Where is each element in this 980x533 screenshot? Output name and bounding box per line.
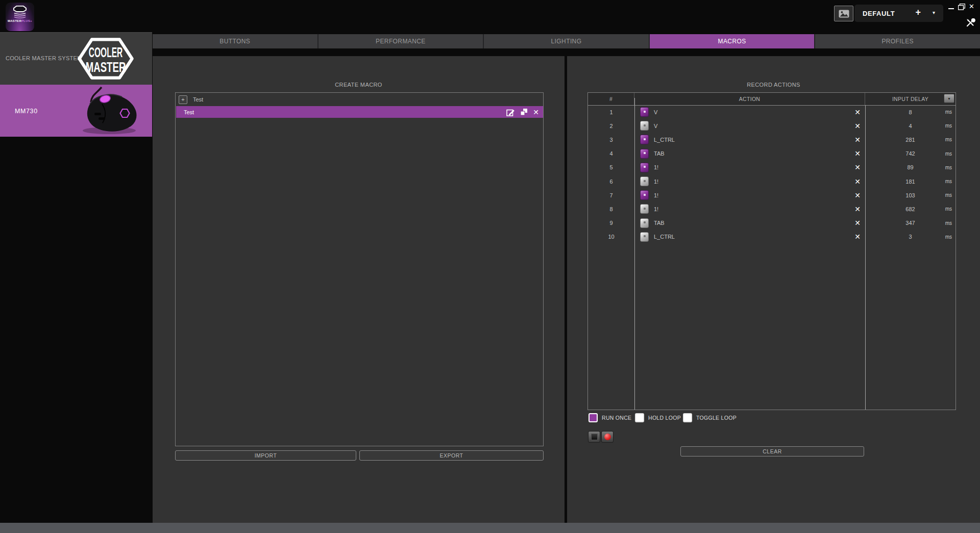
action-index: 1 [588, 109, 634, 115]
delete-action-icon[interactable]: ✕ [854, 233, 861, 241]
column-header-action: ACTION [634, 93, 865, 105]
tab-profiles[interactable]: PROFILES [815, 34, 980, 48]
profile-dropdown-caret-icon[interactable]: ▾ [933, 10, 935, 15]
duplicate-macro-icon[interactable] [520, 108, 528, 116]
masterplus-window: MASTERPLUS+ DEFAULT + ▾ ✕ COOLER MASTER … [0, 0, 980, 533]
settings-tools-icon[interactable] [966, 18, 975, 27]
macro-name-field[interactable]: Test [193, 96, 203, 103]
hold-loop-mode[interactable]: HOLD LOOP [635, 413, 681, 423]
tab-macros[interactable]: MACROS [650, 34, 816, 48]
delay-value: 4 [909, 123, 912, 129]
toggle-loop-checkbox[interactable] [683, 413, 692, 422]
tab-lighting[interactable]: LIGHTING [484, 34, 650, 48]
delay-unit: ms [945, 220, 952, 226]
profile-image-button[interactable] [834, 6, 853, 21]
restore-window-button[interactable] [958, 4, 965, 10]
keycap-icon [640, 204, 649, 214]
export-button[interactable]: EXPORT [359, 450, 544, 461]
svg-text:MASTER: MASTER [86, 59, 126, 75]
action-row[interactable]: 4 TAB ✕ 742 ms [588, 147, 955, 161]
action-key-label: V [654, 123, 657, 129]
sidebar-device-mm730[interactable]: MM730 [0, 85, 152, 137]
tab-performance[interactable]: PERFORMANCE [318, 34, 484, 48]
tab-label: LIGHTING [551, 38, 582, 45]
stop-record-button[interactable] [588, 431, 600, 443]
run-once-checkbox[interactable] [589, 413, 598, 422]
action-row[interactable]: 6 1! ✕ 181 ms [588, 174, 955, 188]
keycap-icon [640, 107, 649, 117]
delay-dropdown-button[interactable]: ▼ [944, 94, 954, 103]
action-key-label: TAB [654, 150, 665, 157]
delay-cell[interactable]: 682 ms [865, 202, 955, 216]
close-button[interactable]: ✕ [969, 3, 974, 10]
action-row[interactable]: 1 V ✕ 8 ms [588, 105, 955, 119]
delay-value: 281 [905, 137, 915, 143]
tab-buttons[interactable]: BUTTONS [153, 34, 318, 48]
delete-action-icon[interactable]: ✕ [854, 219, 861, 227]
action-cell: V ✕ [634, 119, 865, 133]
delay-cell[interactable]: 3 ms [865, 230, 955, 244]
delay-unit: ms [945, 109, 952, 115]
bottom-status-bar [0, 523, 980, 533]
macro-item-test[interactable]: Test ✕ [176, 106, 543, 118]
minimize-button[interactable] [948, 8, 954, 9]
action-key-label: V [654, 109, 657, 115]
delete-action-icon[interactable]: ✕ [854, 177, 861, 186]
mouse-image [69, 86, 146, 136]
action-row[interactable]: 9 TAB ✕ 347 ms [588, 216, 955, 230]
delay-cell[interactable]: 181 ms [865, 174, 955, 188]
add-macro-button[interactable]: + [179, 95, 187, 104]
action-key-label: 1! [654, 192, 658, 198]
toggle-loop-mode[interactable]: TOGGLE LOOP [683, 413, 737, 423]
delay-unit: ms [945, 137, 952, 142]
delay-unit: ms [945, 123, 952, 129]
import-button[interactable]: IMPORT [175, 450, 356, 461]
keycap-icon [640, 176, 649, 186]
action-row[interactable]: 10 L_CTRL ✕ 3 ms [588, 230, 955, 244]
clear-button[interactable]: CLEAR [680, 446, 864, 456]
keycap-icon [640, 232, 649, 242]
column-header-delay-label: INPUT DELAY [892, 96, 928, 102]
delay-cell[interactable]: 4 ms [865, 119, 955, 133]
record-actions-title: RECORD ACTIONS [567, 82, 980, 88]
delete-action-icon[interactable]: ✕ [854, 108, 861, 116]
delay-cell[interactable]: 103 ms [865, 188, 955, 202]
action-row[interactable]: 5 1! ✕ 89 ms [588, 161, 955, 174]
delete-action-icon[interactable]: ✕ [854, 136, 861, 144]
add-profile-button[interactable]: + [915, 7, 921, 18]
delete-macro-icon[interactable]: ✕ [533, 109, 539, 116]
action-row[interactable]: 7 1! ✕ 103 ms [588, 188, 955, 202]
delete-action-icon[interactable]: ✕ [854, 149, 861, 158]
start-record-button[interactable] [601, 431, 614, 443]
actions-table-header: # ACTION INPUT DELAY ▼ [588, 93, 955, 106]
keycap-icon [640, 163, 649, 172]
profile-name: DEFAULT [863, 10, 895, 17]
run-once-mode[interactable]: RUN ONCE [589, 413, 631, 423]
record-icon [604, 434, 611, 440]
delay-cell[interactable]: 8 ms [865, 105, 955, 119]
delete-action-icon[interactable]: ✕ [854, 205, 861, 213]
delay-cell[interactable]: 89 ms [865, 161, 955, 174]
delete-action-icon[interactable]: ✕ [854, 163, 861, 171]
delay-cell[interactable]: 281 ms [865, 133, 955, 146]
action-row[interactable]: 8 1! ✕ 682 ms [588, 202, 955, 216]
action-key-label: 1! [654, 164, 658, 170]
macro-item-actions: ✕ [506, 108, 539, 116]
delete-action-icon[interactable]: ✕ [854, 122, 861, 130]
delete-action-icon[interactable]: ✕ [854, 191, 861, 199]
image-icon [839, 10, 849, 18]
edit-macro-icon[interactable] [506, 108, 515, 116]
delay-value: 89 [907, 164, 913, 170]
delay-cell[interactable]: 347 ms [865, 216, 955, 230]
delay-cell[interactable]: 742 ms [865, 147, 955, 161]
profile-selector[interactable]: DEFAULT + ▾ [854, 5, 943, 22]
delay-value: 8 [909, 109, 912, 115]
hold-loop-checkbox[interactable] [635, 413, 644, 422]
action-index: 9 [588, 220, 634, 226]
action-row[interactable]: 2 V ✕ 4 ms [588, 119, 955, 133]
masterplus-app-icon[interactable]: MASTERPLUS+ [6, 3, 34, 31]
action-row[interactable]: 3 L_CTRL ✕ 281 ms [588, 133, 955, 146]
keycap-icon [640, 190, 649, 200]
delay-value: 181 [905, 179, 915, 185]
system-header[interactable]: COOLER MASTER SYSTEM COOLER MASTER [0, 32, 152, 85]
